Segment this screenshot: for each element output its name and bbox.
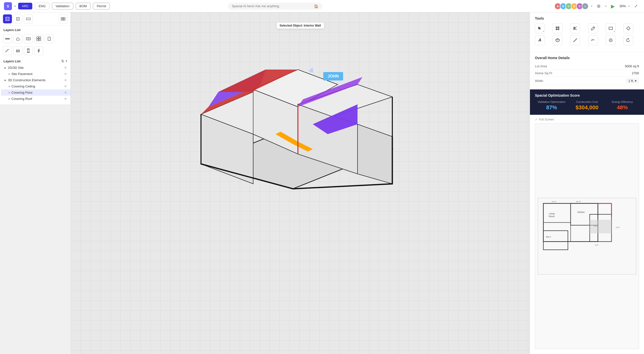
- node-tool-btn[interactable]: [552, 23, 562, 33]
- score-item-energy: Energy Efficiency 48%: [606, 100, 639, 111]
- score-validation-label: Validation Optimization: [535, 100, 568, 103]
- svg-rect-78: [538, 198, 636, 274]
- layer-item-sitepavement[interactable]: Site Pavement 👁: [1, 71, 70, 77]
- detail-row-width: Width 1 ft. ▾: [535, 77, 639, 85]
- minimap-header[interactable]: ⤢ Full Screen: [535, 118, 639, 121]
- expand-button[interactable]: ⤢: [632, 2, 640, 10]
- wall-tool[interactable]: [3, 34, 12, 43]
- svg-rect-23: [37, 39, 38, 41]
- svg-rect-22: [39, 37, 41, 38]
- avatar-more[interactable]: +: [582, 3, 588, 10]
- layer-item-coveringfloor[interactable]: Covering Floor 👁: [1, 90, 70, 96]
- expand-arrow-2d3dsite: ▶: [4, 66, 6, 69]
- avatar-dropdown-arrow[interactable]: ▾: [591, 5, 592, 8]
- 3d-box-tool-btn[interactable]: [552, 35, 562, 45]
- scissors-tool-btn[interactable]: [570, 23, 580, 33]
- layers-collapse-icon[interactable]: ▾: [66, 59, 67, 63]
- permit-button[interactable]: Permit: [93, 3, 110, 10]
- app-logo[interactable]: S: [4, 2, 12, 10]
- line-tool-btn[interactable]: [570, 35, 580, 45]
- minimap-section: ⤢ Full Screen 13'-0" 15'-0" Living Room: [530, 115, 644, 354]
- navbar: S ▾ ARC ENG Validation BOM Permit 🏠 A B …: [0, 0, 644, 12]
- score-validation-value: 87%: [535, 104, 568, 111]
- arc-mode-button[interactable]: ARC: [18, 3, 32, 10]
- column-tool[interactable]: [24, 46, 33, 55]
- bom-button[interactable]: BOM: [76, 3, 91, 10]
- grid-view-button[interactable]: ⊞: [595, 2, 603, 10]
- select-tool-btn[interactable]: ▾: [535, 23, 545, 33]
- zoom-dropdown-arrow[interactable]: ▾: [628, 5, 630, 8]
- tools-section: Tools ▾ ▾ A: [530, 12, 644, 52]
- grid-dropdown-arrow[interactable]: ▾: [605, 5, 606, 8]
- view-tab-section[interactable]: [24, 14, 33, 23]
- grid-tool[interactable]: [34, 34, 43, 43]
- svg-text:Bed 2: Bed 2: [546, 236, 551, 238]
- rotate-tool-btn[interactable]: [624, 35, 633, 45]
- circle-tool-btn[interactable]: [606, 35, 616, 45]
- svg-line-75: [574, 38, 577, 42]
- svg-text:10'-0": 10'-0": [616, 226, 620, 228]
- visibility-icon-3dconstruction[interactable]: 👁: [64, 78, 67, 82]
- search-mic-icon: 🏠: [314, 4, 318, 8]
- home-sqft-value: 2700: [632, 71, 639, 75]
- right-panel: Tools ▾ ▾ A: [530, 12, 644, 354]
- canvas-background[interactable]: Selected Object: Interior Wall: [71, 12, 530, 354]
- svg-marker-41: [358, 124, 392, 184]
- fence-tool[interactable]: [14, 46, 22, 55]
- score-construction-value: $304,000: [570, 104, 604, 111]
- expand-arrow-3dconstruction: ▶: [4, 79, 6, 82]
- view-tab-extra[interactable]: [59, 14, 68, 23]
- play-button[interactable]: ▶: [609, 2, 617, 10]
- width-label: Width: [535, 79, 626, 83]
- undo-tool-btn[interactable]: [588, 35, 598, 45]
- visibility-icon-coveringceiling[interactable]: 👁: [64, 85, 67, 88]
- view-tab-3d[interactable]: [3, 14, 12, 23]
- layer-item-2d3dsite[interactable]: ▶ 2D/3D Site 👁: [1, 64, 70, 71]
- minimap-content: 13'-0" 15'-0" Living Room Kitchen Bed 2 …: [535, 123, 639, 349]
- tools-title: Tools: [535, 16, 639, 20]
- layers-section-header: Layers List ⇅ ▾: [0, 58, 70, 64]
- door-tool[interactable]: [45, 34, 54, 43]
- score-panel: Spacial Optimization Score Validation Op…: [530, 90, 644, 115]
- width-value-text: 1 ft.: [628, 79, 634, 83]
- fullscreen-label: Full Screen: [539, 118, 554, 121]
- layer-item-coveringceiling[interactable]: Covering Ceiling 👁: [1, 83, 70, 90]
- shape-tool-btn[interactable]: [624, 23, 633, 33]
- sort-icon[interactable]: ⇅: [61, 59, 64, 63]
- text-tool-label: A: [538, 38, 542, 42]
- svg-text:Living: Living: [549, 212, 554, 215]
- canvas-area[interactable]: Selected Object: Interior Wall: [71, 12, 530, 354]
- window-tool[interactable]: [24, 34, 33, 43]
- layer-item-coveringroof[interactable]: Covering Roof 👁: [1, 96, 70, 102]
- ai-search-input[interactable]: [232, 4, 312, 8]
- visibility-icon-coveringroof[interactable]: 👁: [64, 97, 67, 100]
- svg-line-68: [593, 27, 594, 28]
- logo-dropdown-arrow[interactable]: ▾: [14, 5, 16, 8]
- layer-item-3dconstruction[interactable]: ▶ 3D Construction Elements 👁: [1, 77, 70, 83]
- stair-tool[interactable]: [3, 46, 12, 55]
- validation-button[interactable]: Validation: [52, 3, 73, 10]
- width-value-dropdown[interactable]: 1 ft. ▾: [626, 78, 639, 84]
- lightning-tool[interactable]: [34, 46, 43, 55]
- lot-area-value: 5000 sq ft: [625, 64, 639, 68]
- svg-rect-12: [63, 18, 65, 19]
- tool-row-1: [0, 33, 70, 45]
- svg-rect-25: [48, 37, 50, 40]
- visibility-icon-sitepavement[interactable]: 👁: [64, 72, 67, 76]
- svg-rect-5: [7, 18, 8, 20]
- ai-search-bar[interactable]: 🏠: [228, 3, 322, 10]
- arch-tool[interactable]: [14, 34, 22, 43]
- text-tool-btn[interactable]: A: [535, 35, 545, 45]
- john-label: JOHN: [323, 72, 343, 80]
- detail-row-lotarea: Lot Area 5000 sq ft: [535, 63, 639, 70]
- svg-point-76: [609, 39, 612, 42]
- layer-label-2d3dsite: 2D/3D Site: [8, 66, 24, 70]
- visibility-icon-coveringfloor[interactable]: 👁: [64, 91, 67, 94]
- view-tab-2d[interactable]: [14, 14, 22, 23]
- visibility-icon-2d3dsite[interactable]: 👁: [64, 66, 67, 70]
- zoom-level[interactable]: 30%: [620, 4, 626, 8]
- rect-tool-btn[interactable]: ▾: [606, 23, 616, 33]
- pencil-tool-btn[interactable]: [588, 23, 598, 33]
- svg-point-77: [610, 40, 611, 41]
- eng-mode-button[interactable]: ENG: [35, 3, 49, 10]
